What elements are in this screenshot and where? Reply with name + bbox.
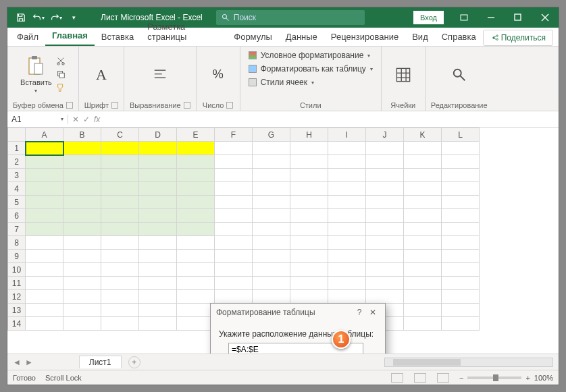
cell[interactable] xyxy=(177,155,215,169)
name-box[interactable]: A1▾ xyxy=(7,115,68,124)
row-header[interactable]: 9 xyxy=(8,250,26,263)
cells-button[interactable] xyxy=(387,67,419,82)
editing-button[interactable] xyxy=(443,67,475,82)
cell[interactable] xyxy=(366,155,404,169)
col-header[interactable]: D xyxy=(139,128,177,142)
row-header[interactable]: 14 xyxy=(8,317,26,331)
cell[interactable] xyxy=(26,169,63,182)
col-header[interactable]: A xyxy=(26,128,63,142)
cell[interactable] xyxy=(328,142,366,155)
cell[interactable] xyxy=(253,209,290,223)
cell[interactable] xyxy=(63,304,101,317)
cell[interactable] xyxy=(101,142,139,155)
cell[interactable] xyxy=(177,209,215,223)
cell[interactable] xyxy=(26,223,63,236)
cell[interactable] xyxy=(101,169,139,182)
cell[interactable] xyxy=(442,182,480,196)
cell[interactable] xyxy=(253,277,290,290)
cell[interactable] xyxy=(26,236,63,250)
cell[interactable] xyxy=(177,169,215,182)
cell[interactable] xyxy=(101,263,139,277)
cell[interactable] xyxy=(366,169,404,182)
tab-insert[interactable]: Вставка xyxy=(95,28,140,46)
cell[interactable] xyxy=(177,196,215,209)
col-header[interactable]: F xyxy=(215,128,253,142)
view-normal-icon[interactable] xyxy=(391,373,403,383)
number-launcher-icon[interactable] xyxy=(226,102,233,109)
cell[interactable] xyxy=(215,223,253,236)
cell[interactable] xyxy=(404,250,442,263)
cell[interactable] xyxy=(215,196,253,209)
cell[interactable] xyxy=(26,304,63,317)
cell[interactable] xyxy=(404,317,442,331)
cell[interactable] xyxy=(26,196,63,209)
cell[interactable] xyxy=(26,155,63,169)
row-header[interactable]: 3 xyxy=(8,169,26,182)
cell[interactable] xyxy=(328,209,366,223)
cell[interactable] xyxy=(366,250,404,263)
minimize-icon[interactable] xyxy=(478,7,505,28)
cell[interactable] xyxy=(215,250,253,263)
cell[interactable] xyxy=(101,317,139,331)
cell[interactable] xyxy=(290,223,328,236)
cell[interactable] xyxy=(328,290,366,304)
cell[interactable] xyxy=(404,277,442,290)
row-header[interactable]: 10 xyxy=(8,263,26,277)
tab-review[interactable]: Рецензирование xyxy=(324,28,405,46)
cell[interactable] xyxy=(177,304,215,317)
cell[interactable] xyxy=(101,182,139,196)
cell[interactable] xyxy=(253,263,290,277)
ribbon-display-icon[interactable] xyxy=(451,7,478,28)
cell[interactable] xyxy=(442,304,480,317)
row-header[interactable]: 12 xyxy=(8,290,26,304)
col-header[interactable]: K xyxy=(404,128,442,142)
cell[interactable] xyxy=(442,209,480,223)
cell[interactable] xyxy=(253,223,290,236)
cell-styles-button[interactable]: Стили ячеек▾ xyxy=(246,76,317,88)
cell[interactable] xyxy=(101,155,139,169)
cell[interactable] xyxy=(177,290,215,304)
tab-formulas[interactable]: Формулы xyxy=(227,28,279,46)
cell[interactable] xyxy=(366,142,404,155)
new-sheet-button[interactable]: + xyxy=(128,356,140,368)
zoom-control[interactable]: − + 100% xyxy=(459,374,553,382)
cell[interactable] xyxy=(290,209,328,223)
col-header[interactable]: E xyxy=(177,128,215,142)
cell[interactable] xyxy=(404,223,442,236)
copy-icon[interactable] xyxy=(56,69,66,80)
cell[interactable] xyxy=(63,250,101,263)
cell[interactable] xyxy=(139,155,177,169)
cell[interactable] xyxy=(253,250,290,263)
cell[interactable] xyxy=(139,182,177,196)
login-button[interactable]: Вход xyxy=(413,11,444,24)
format-as-table-button[interactable]: Форматировать как таблицу▾ xyxy=(246,63,376,75)
cell[interactable] xyxy=(139,223,177,236)
cell[interactable] xyxy=(177,182,215,196)
cell[interactable] xyxy=(63,169,101,182)
cell[interactable] xyxy=(290,196,328,209)
cell[interactable] xyxy=(366,277,404,290)
cell[interactable] xyxy=(63,155,101,169)
cell[interactable] xyxy=(63,196,101,209)
clipboard-launcher-icon[interactable] xyxy=(66,102,73,109)
cell[interactable] xyxy=(290,290,328,304)
cell[interactable] xyxy=(253,196,290,209)
alignment-launcher-icon[interactable] xyxy=(184,102,190,109)
col-header[interactable]: G xyxy=(253,128,290,142)
cell[interactable] xyxy=(139,142,177,155)
spreadsheet-grid[interactable]: ABCDEFGHIJKL1234567891011121314 Форматир… xyxy=(7,128,559,354)
cell[interactable] xyxy=(63,223,101,236)
sheet-tab-1[interactable]: Лист1 xyxy=(79,356,122,368)
row-header[interactable]: 8 xyxy=(8,236,26,250)
sheet-next-icon[interactable]: ► xyxy=(25,358,33,367)
cell[interactable] xyxy=(26,277,63,290)
conditional-formatting-button[interactable]: Условное форматирование▾ xyxy=(246,49,374,61)
cell[interactable] xyxy=(63,277,101,290)
cell[interactable] xyxy=(177,250,215,263)
cell[interactable] xyxy=(404,196,442,209)
cell[interactable] xyxy=(26,263,63,277)
maximize-icon[interactable] xyxy=(505,7,532,28)
cell[interactable] xyxy=(215,142,253,155)
cell[interactable] xyxy=(404,182,442,196)
cell[interactable] xyxy=(404,263,442,277)
